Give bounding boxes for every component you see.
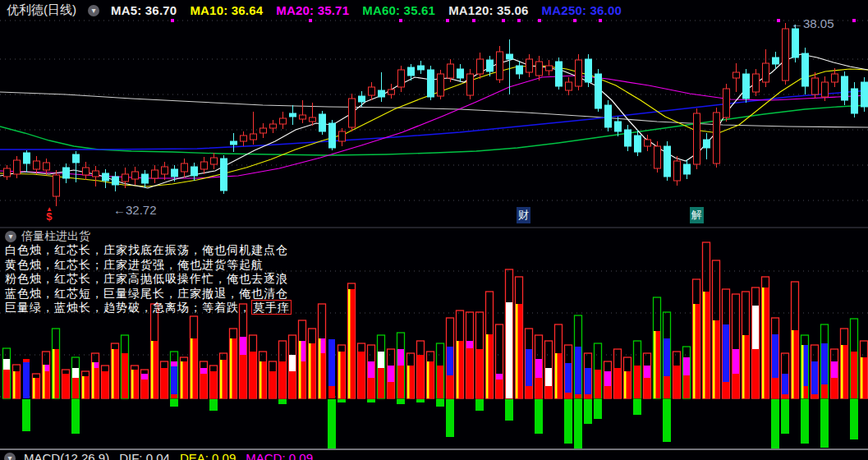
volume-bar-segment: [733, 349, 739, 374]
volume-bar-yellow-strip: [693, 304, 696, 398]
volume-bar-segment: [575, 347, 581, 394]
volume-bar-green-below: [436, 399, 444, 407]
candle-body: [595, 74, 602, 108]
macd-label: DIF: 0.04: [119, 451, 170, 460]
candle-body: [674, 161, 681, 181]
volume-bar-green-below: [475, 399, 484, 411]
candle-body: [398, 70, 405, 87]
volume-bar-segment: [644, 378, 650, 398]
volume-bar-yellow-strip: [33, 378, 35, 398]
volume-bar-segment: [831, 378, 838, 398]
volume-bar-yellow-strip: [299, 341, 301, 398]
volume-bar-segment: [397, 366, 404, 398]
candle-body: [507, 54, 513, 59]
candle-body: [24, 153, 30, 163]
volume-bar-segment: [289, 371, 296, 398]
chevron-down-icon[interactable]: ▾: [5, 231, 16, 242]
chart-canvas[interactable]: [0, 0, 868, 460]
volume-bar-green-below: [170, 399, 178, 407]
candle-body: [290, 113, 296, 117]
volume-bar-segment: [279, 361, 286, 398]
volume-bar-yellow-strip: [82, 376, 85, 398]
trading-app-window: 优利德(日线) ▾ MA5: 36.70MA10: 36.64MA20: 35.…: [0, 0, 868, 460]
volume-bar-segment: [575, 394, 581, 398]
volume-bar-yellow-strip: [92, 362, 94, 398]
candle-body: [773, 58, 779, 64]
candle-body: [73, 154, 80, 163]
volume-bar-green-below: [22, 399, 30, 431]
indicator-title: 倍量柱进出货: [21, 229, 90, 244]
volume-bar-segment: [496, 374, 503, 380]
candle-body: [310, 117, 316, 122]
volume-bar-green-below: [338, 399, 346, 402]
candle-body: [63, 168, 70, 178]
volume-bar-yellow-strip: [259, 361, 262, 398]
volume-bar-segment: [171, 361, 177, 366]
candle-body: [694, 113, 700, 164]
volume-bar-segment: [664, 338, 670, 376]
candle-body: [359, 96, 365, 102]
volume-bar-segment: [171, 366, 177, 394]
volume-bar-green-below: [663, 399, 671, 442]
candle-body: [408, 67, 415, 76]
stock-title: 优利德(日线): [7, 2, 76, 18]
volume-bar-segment: [644, 366, 650, 378]
volume-bar-segment: [752, 306, 759, 349]
volume-bar-segment: [368, 378, 374, 398]
candle-body: [438, 74, 444, 96]
volume-bar-yellow-strip: [181, 361, 183, 398]
volume-bar-yellow-strip: [486, 334, 489, 398]
volume-bar-segment: [733, 374, 739, 398]
watermark-cai: 财: [517, 207, 530, 223]
ma-label: MA60: 35.61: [362, 3, 435, 17]
volume-bar-green-below: [505, 399, 513, 421]
ma-legend: MA5: 36.70MA10: 36.64MA20: 35.71MA60: 35…: [111, 3, 635, 17]
candle-body: [14, 160, 21, 174]
volume-bar-yellow-strip: [191, 338, 193, 398]
volume-bar-segment: [535, 378, 542, 398]
candle-body: [477, 59, 484, 74]
candle-body: [250, 134, 257, 140]
volume-bar-segment: [378, 368, 384, 398]
candle-body: [802, 53, 809, 86]
candle-body: [191, 167, 198, 176]
candle-body: [733, 72, 740, 78]
volume-bar-green-below: [574, 399, 582, 448]
ma-label: MA250: 36.00: [542, 3, 622, 17]
candle-body: [93, 171, 99, 177]
volume-bar-segment: [782, 394, 788, 398]
chevron-down-icon[interactable]: ▾: [4, 453, 16, 460]
volume-bar-segment: [240, 355, 246, 398]
candle-body: [53, 175, 60, 196]
volume-bar-segment: [3, 359, 10, 370]
volume-bar-yellow-strip: [407, 366, 410, 398]
volume-bar-green-below: [594, 399, 602, 419]
volume-bar-green-below: [781, 399, 789, 434]
candle-body: [467, 74, 474, 95]
ma-label: MA10: 36.64: [190, 3, 263, 17]
volume-bar-segment: [200, 368, 207, 374]
volume-bar-segment: [200, 374, 207, 398]
candle-body: [723, 89, 730, 117]
candle-body: [536, 62, 543, 76]
volume-bar-segment: [466, 348, 473, 398]
volume-bar-yellow-strip: [457, 341, 459, 398]
candle-body: [743, 74, 750, 99]
candle-body: [635, 136, 641, 152]
volume-bar-yellow-strip: [13, 371, 16, 398]
volume-bar-segment: [437, 366, 443, 398]
candle-body: [152, 170, 158, 178]
candle-body: [83, 168, 90, 175]
watermark-jie: 解: [690, 207, 704, 223]
volume-bar-yellow-strip: [742, 335, 745, 398]
chevron-down-icon[interactable]: ▾: [88, 5, 99, 16]
candle-body: [270, 124, 277, 128]
volume-bar-segment: [595, 370, 601, 398]
candle-body: [103, 173, 109, 181]
volume-bar-yellow-strip: [801, 345, 804, 398]
volume-bar-yellow-strip: [624, 371, 627, 398]
candle-body: [526, 59, 533, 72]
candle-body: [576, 60, 582, 86]
macd-legend: MACD(12,26,9)DIF: 0.04DEA: 0.09MACD: 0.0…: [24, 451, 323, 460]
candle-body: [329, 123, 336, 148]
